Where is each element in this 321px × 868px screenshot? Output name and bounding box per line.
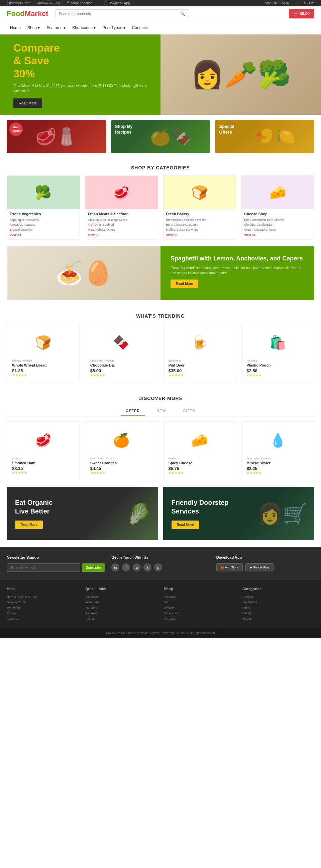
nav-shortcodes[interactable]: Shortcodes ▾ bbox=[69, 22, 99, 34]
promo-card-shop-by-recipes[interactable]: Shop ByRecipes 🍊🍫 bbox=[111, 120, 210, 153]
cat-meat-view-all[interactable]: View All bbox=[88, 233, 155, 237]
footer-link-cat-bakery[interactable]: Bakery bbox=[242, 611, 314, 616]
nav-shop[interactable]: Shop ▾ bbox=[24, 22, 43, 34]
trending-product-bread[interactable]: 🍞 Bakery, Products Whole Wheat Bread $1.… bbox=[7, 324, 80, 382]
cart-button[interactable]: 🛒 $0.00 bbox=[289, 9, 314, 19]
product-oranges-name: Sweet Oranges bbox=[90, 461, 153, 465]
footer-link-cat-fruits[interactable]: Fruits bbox=[242, 605, 314, 611]
app-store-button[interactable]: 🍎 App Store bbox=[216, 563, 243, 571]
footer-link-cat-products[interactable]: Products bbox=[242, 594, 314, 599]
contact-section: Get in Touch With Us in f g t p bbox=[111, 555, 209, 572]
search-input[interactable] bbox=[59, 12, 180, 16]
footer-link-contacts[interactable]: Contacts bbox=[164, 616, 236, 621]
footer-link-about[interactable]: About Us bbox=[7, 616, 79, 621]
cat-vegetables-view-all[interactable]: View All bbox=[10, 233, 77, 237]
nav-home[interactable]: Home bbox=[7, 22, 24, 34]
doorstep-cta-button[interactable]: Read More bbox=[172, 521, 199, 529]
cat-bakery-img: 🍞 bbox=[164, 176, 236, 209]
newsletter-subscribe-button[interactable]: Subscribe bbox=[82, 563, 105, 572]
footer-link-products[interactable]: Products bbox=[164, 594, 236, 599]
footer-link-twitter[interactable]: Twitter bbox=[85, 616, 157, 621]
product-ham-img: 🥩 bbox=[12, 427, 75, 454]
product-pouch-cat: Pouches bbox=[246, 359, 309, 362]
organic-cta-button[interactable]: Read More bbox=[15, 521, 43, 529]
social-linkedin[interactable]: in bbox=[111, 563, 119, 571]
footer-link-youtube[interactable]: YouTube bbox=[85, 605, 157, 611]
download-app-link[interactable]: 📱 Download App bbox=[103, 1, 135, 5]
tab-offer[interactable]: OFFER bbox=[121, 406, 145, 416]
tab-new[interactable]: NEW bbox=[151, 406, 171, 416]
cat-cheese-view-all[interactable]: View All bbox=[244, 233, 311, 237]
product-oranges-cat: Fresh Fruits, Products bbox=[90, 457, 153, 460]
trending-product-pouch[interactable]: 🛍️ Pouches Plastic Pouch $2.50 ★★★★★ bbox=[241, 324, 314, 382]
newsletter-input[interactable] bbox=[7, 563, 80, 572]
social-pinterest[interactable]: p bbox=[154, 563, 162, 571]
footer-link-pinterest[interactable]: Pinterest bbox=[85, 611, 157, 616]
categories-section: SHOP BY CATEGORIES 🥦 Exotic Vegetables A… bbox=[0, 158, 321, 246]
footer-link-delivery[interactable]: Delivery Terms bbox=[7, 599, 79, 605]
discover-section: DISCOVER MORE OFFER NEW GIFTS 🥩 Products… bbox=[0, 389, 321, 487]
product-bread-cat: Bakery, Products bbox=[12, 359, 75, 362]
top-bar-right: Sign Up / Log In ♡ My List bbox=[260, 1, 314, 5]
category-meat-seafood[interactable]: 🥩 Fresh Meats & Seafood Chicken Cuts Lol… bbox=[85, 176, 158, 240]
footer-link-instagram[interactable]: Instagram bbox=[85, 599, 157, 605]
nav-contacts[interactable]: Contacts bbox=[129, 22, 151, 34]
phone-number[interactable]: 1-800-467-8280 bbox=[36, 1, 60, 5]
discover-product-water[interactable]: 💧 Beverages, Products Mineral Water $2.2… bbox=[241, 422, 314, 480]
discover-product-cheese[interactable]: 🧀 Products Spicy Cheese $5.75 ★★★★★ bbox=[163, 422, 237, 480]
store-location-link[interactable]: 📍 Store Location bbox=[66, 1, 97, 5]
footer-link-cart[interactable]: Cart bbox=[164, 599, 236, 605]
product-pouch-img: 🛍️ bbox=[246, 329, 309, 356]
footer-link-cat-vegetables[interactable]: Vegetables bbox=[242, 599, 314, 605]
nav-features[interactable]: Features ▾ bbox=[43, 22, 69, 34]
product-water-stars: ★★★★★ bbox=[246, 471, 309, 475]
discover-tabs: OFFER NEW GIFTS bbox=[7, 406, 314, 416]
discover-product-ham[interactable]: 🥩 Products Smoked Ham $8.35 ★★★★★ bbox=[7, 422, 80, 480]
category-cheese[interactable]: 🧀 Cheese Shop Brie Camembert Blue Cheese… bbox=[241, 176, 314, 240]
sign-up-link[interactable]: Sign Up / Log In bbox=[265, 1, 289, 5]
social-google[interactable]: g bbox=[133, 563, 141, 571]
trending-product-beer[interactable]: 🍺 Beverages Pint Beer $35.00 ★★★★★ bbox=[163, 324, 237, 382]
download-app-section: Download App 🍎 App Store ▶ Google Play bbox=[216, 555, 314, 572]
google-play-button[interactable]: ▶ Google Play bbox=[245, 563, 274, 571]
footer-link-return[interactable]: Return bbox=[7, 611, 79, 616]
feature-banner: 🍝🥚 Spaghetti with Lemon, Anchovies, and … bbox=[7, 246, 314, 300]
doorstep-text: Friendly DoorstepServices Read More bbox=[172, 498, 229, 529]
cat-cheese-img: 🧀 bbox=[241, 176, 314, 209]
hero-cta-button[interactable]: Read More bbox=[13, 98, 42, 108]
footer-link-how-to-order[interactable]: How to Make an Order bbox=[7, 594, 79, 599]
feature-banner-cta[interactable]: Read More bbox=[171, 280, 198, 288]
product-beer-name: Pint Beer bbox=[169, 363, 231, 367]
logo[interactable]: FoodMarket bbox=[7, 9, 48, 18]
category-bakery[interactable]: 🍞 Fresh Bakery Breadsticks Crostinis Lav… bbox=[163, 176, 237, 240]
social-twitter[interactable]: t bbox=[143, 563, 151, 571]
footer-link-wishlist[interactable]: Wishlist bbox=[164, 605, 236, 611]
tab-gifts[interactable]: GIFTS bbox=[178, 406, 200, 416]
trending-product-chocolate[interactable]: 🍫 Chocolate, Products Chocolate Bar $5.0… bbox=[85, 324, 158, 382]
footer-link-my-orders[interactable]: My Orders bbox=[7, 605, 79, 611]
footer-link-facebook[interactable]: Facebook bbox=[85, 594, 157, 599]
top-bar: Customer Care: 1-800-467-8280 📍 Store Lo… bbox=[0, 0, 321, 6]
promo-cards: MostPopular 🥩🧂 Shop ByRecipes 🍊🍫 Special… bbox=[0, 115, 321, 158]
category-vegetables[interactable]: 🥦 Exotic Vegetables Asparagus Artichokes… bbox=[7, 176, 80, 240]
promo-banner-doorstep: Friendly DoorstepServices Read More 👩🛒 bbox=[163, 487, 315, 540]
cat-vegetables-name: Exotic Vegetables bbox=[10, 212, 77, 216]
feature-banner-desc: Curae Suspendisse at consectetur massa, … bbox=[171, 266, 304, 276]
promo-card-special-offers[interactable]: SpecialOffers 🍤🍋 bbox=[215, 120, 314, 153]
footer-bottom: Privacy Policy • This is a sample websit… bbox=[0, 628, 321, 638]
search-icon[interactable]: 🔍 bbox=[180, 11, 185, 16]
discover-product-oranges[interactable]: 🍊 Fresh Fruits, Products Sweet Oranges $… bbox=[85, 422, 158, 480]
promo-card-most-popular[interactable]: MostPopular 🥩🧂 bbox=[7, 120, 106, 153]
contact-title: Get in Touch With Us bbox=[111, 555, 209, 559]
nav-post-types[interactable]: Post Types ▾ bbox=[99, 22, 129, 34]
social-facebook[interactable]: f bbox=[122, 563, 130, 571]
footer-link-cat-sweets[interactable]: Sweets bbox=[242, 616, 314, 621]
cat-bakery-view-all[interactable]: View All bbox=[166, 233, 234, 237]
phone-label: Customer Care: bbox=[7, 1, 30, 5]
footer-link-my-account[interactable]: My Account bbox=[164, 611, 236, 616]
hero-image: 👩🥕🥦 bbox=[190, 59, 291, 90]
most-popular-badge: MostPopular bbox=[9, 123, 23, 136]
cat-meat-name: Fresh Meats & Seafood bbox=[88, 212, 155, 216]
search-bar[interactable]: 🔍 bbox=[55, 9, 189, 18]
my-list-link[interactable]: ♡ My List bbox=[295, 1, 314, 5]
